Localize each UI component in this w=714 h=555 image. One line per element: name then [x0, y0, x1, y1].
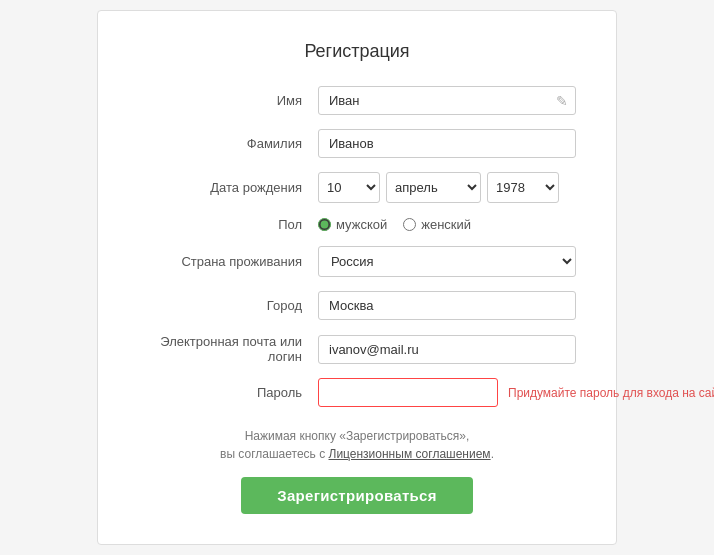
- gender-label: Пол: [138, 217, 318, 232]
- city-row: Город: [138, 291, 576, 320]
- password-row: Пароль Придумайте пароль для входа на са…: [138, 378, 576, 407]
- gender-male-radio[interactable]: [318, 218, 331, 231]
- city-control: [318, 291, 576, 320]
- gender-row: Пол мужской женский: [138, 217, 576, 232]
- email-label: Электронная почта или логин: [138, 334, 318, 364]
- country-control: Россия Украина Беларусь Казахстан: [318, 246, 576, 277]
- gender-female-radio[interactable]: [403, 218, 416, 231]
- name-input[interactable]: [318, 86, 576, 115]
- city-label: Город: [138, 298, 318, 313]
- email-control: [318, 335, 576, 364]
- gender-male-option[interactable]: мужской: [318, 217, 387, 232]
- password-input[interactable]: [318, 378, 498, 407]
- lastname-label: Фамилия: [138, 136, 318, 151]
- license-link[interactable]: Лицензионным соглашением: [329, 447, 491, 461]
- password-label: Пароль: [138, 385, 318, 400]
- agreement-text: Нажимая кнопку «Зарегистрироваться», вы …: [138, 427, 576, 463]
- year-select[interactable]: 1978: [487, 172, 559, 203]
- name-label: Имя: [138, 93, 318, 108]
- country-row: Страна проживания Россия Украина Беларус…: [138, 246, 576, 277]
- birthdate-control: 10 апрель 1978: [318, 172, 576, 203]
- gender-control: мужской женский: [318, 217, 576, 232]
- name-control: ✎: [318, 86, 576, 115]
- agreement-dot: .: [491, 447, 494, 461]
- lastname-row: Фамилия: [138, 129, 576, 158]
- form-title: Регистрация: [138, 41, 576, 62]
- birthdate-row: Дата рождения 10 апрель 1978: [138, 172, 576, 203]
- email-row: Электронная почта или логин: [138, 334, 576, 364]
- password-control: Придумайте пароль для входа на сайт: [318, 378, 714, 407]
- country-label: Страна проживания: [138, 254, 318, 269]
- birthdate-label: Дата рождения: [138, 180, 318, 195]
- password-wrapper: Придумайте пароль для входа на сайт: [318, 378, 714, 407]
- lastname-input[interactable]: [318, 129, 576, 158]
- email-input[interactable]: [318, 335, 576, 364]
- city-input[interactable]: [318, 291, 576, 320]
- gender-options: мужской женский: [318, 217, 576, 232]
- name-input-wrapper: ✎: [318, 86, 576, 115]
- name-row: Имя ✎: [138, 86, 576, 115]
- gender-female-option[interactable]: женский: [403, 217, 471, 232]
- name-icon: ✎: [556, 93, 568, 109]
- agreement-line2: вы соглашаетесь с: [220, 447, 325, 461]
- gender-female-label: женский: [421, 217, 471, 232]
- registration-form: Регистрация Имя ✎ Фамилия Дата рождения …: [97, 10, 617, 545]
- date-row: 10 апрель 1978: [318, 172, 576, 203]
- agreement-line1: Нажимая кнопку «Зарегистрироваться»,: [245, 429, 470, 443]
- day-select[interactable]: 10: [318, 172, 380, 203]
- country-select[interactable]: Россия Украина Беларусь Казахстан: [318, 246, 576, 277]
- month-select[interactable]: апрель: [386, 172, 481, 203]
- register-button[interactable]: Зарегистрироваться: [241, 477, 473, 514]
- password-hint: Придумайте пароль для входа на сайт: [508, 386, 714, 400]
- gender-male-label: мужской: [336, 217, 387, 232]
- lastname-control: [318, 129, 576, 158]
